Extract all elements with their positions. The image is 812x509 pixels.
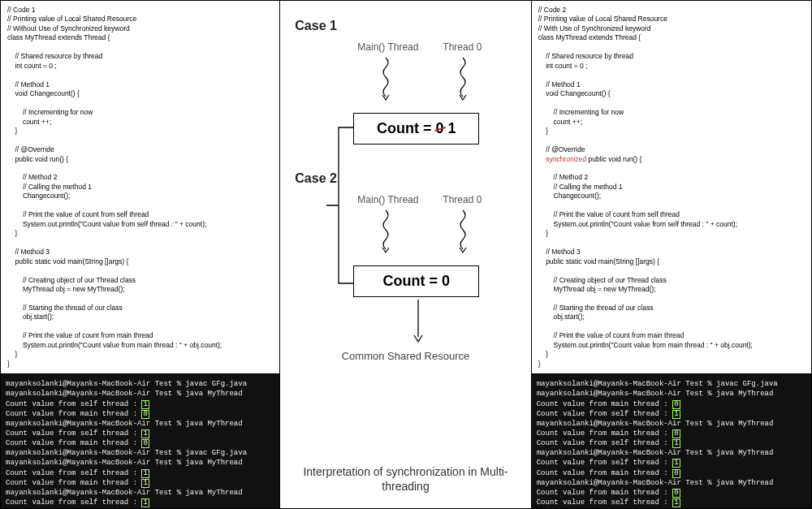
case1-count-box: Count = 0 1 xyxy=(353,113,479,145)
highlighted-value: 1 xyxy=(672,498,680,507)
code-2-post: public void run() { // Method 2 // Calli… xyxy=(538,155,753,368)
terminal-line: mayanksolanki@Mayanks-MacBook-Air Test %… xyxy=(537,379,806,389)
code-1: // Code 1 // Printing value of Local Sha… xyxy=(1,1,279,373)
terminal-line: Count value from main thread : 1 xyxy=(6,507,274,508)
highlighted-value: 0 xyxy=(672,489,680,498)
terminal-line: Count value from self thread : 1 xyxy=(537,409,806,419)
terminal-line: mayanksolanki@Mayanks-MacBook-Air Test %… xyxy=(6,458,274,468)
terminal-line: Count value from self thread : 1 xyxy=(537,438,806,448)
middle-column: Case 1 Main() Thread Thread 0 Count = 0 … xyxy=(280,1,531,508)
count-label: Count = xyxy=(377,120,436,136)
case2-count-box: Count = 0 xyxy=(353,265,479,297)
terminal-line: Count value from main thread : 0 xyxy=(537,488,806,498)
terminal-line: mayanksolanki@Mayanks-MacBook-Air Test %… xyxy=(537,478,806,488)
terminal-line: mayanksolanki@Mayanks-MacBook-Air Test % xyxy=(537,507,806,508)
highlighted-value: 1 xyxy=(141,400,149,409)
terminal-line: Count value from self thread : 1 xyxy=(6,399,274,409)
terminal-line: Count value from main thread : 0 xyxy=(6,409,274,419)
highlighted-value: 0 xyxy=(141,439,149,448)
count-after: 1 xyxy=(444,120,456,136)
highlighted-value: 0 xyxy=(672,400,680,409)
highlighted-value: 0 xyxy=(141,410,149,419)
terminal-line: Count value from main thread : 0 xyxy=(6,438,274,448)
highlighted-value: 1 xyxy=(141,469,149,478)
highlighted-value: 1 xyxy=(672,410,680,419)
code-2: // Code 2 // Printing value of Local Sha… xyxy=(532,1,811,373)
left-column: // Code 1 // Printing value of Local Sha… xyxy=(1,1,280,508)
terminal-line: mayanksolanki@Mayanks-MacBook-Air Test %… xyxy=(6,389,274,399)
bracket-icon xyxy=(325,123,357,293)
highlighted-value: 1 xyxy=(141,429,149,438)
case2-thread-label: Thread 0 xyxy=(443,194,482,205)
highlighted-value: 1 xyxy=(672,439,680,448)
terminal-line: Count value from self thread : 1 xyxy=(6,468,274,478)
synchronized-keyword: synchronized xyxy=(546,155,586,163)
terminal-line: mayanksolanki@Mayanks-MacBook-Air Test %… xyxy=(537,448,806,458)
wiggle-arrow-icon xyxy=(378,56,394,103)
terminal-line: mayanksolanki@Mayanks-MacBook-Air Test %… xyxy=(6,448,274,458)
common-resource-label: Common Shared Resource xyxy=(280,350,530,364)
diagram-root: // Code 1 // Printing value of Local Sha… xyxy=(0,0,812,509)
wiggle-arrow-icon xyxy=(455,209,471,256)
terminal-line: Count value from main thread : 0 xyxy=(537,399,806,409)
highlighted-value: 1 xyxy=(672,459,680,468)
count-label: Count = 0 xyxy=(383,273,451,289)
terminal-line: Count value from main thread : 1 xyxy=(6,478,274,488)
highlighted-value: 1 xyxy=(141,498,149,507)
right-column: // Code 2 // Printing value of Local Sha… xyxy=(532,1,811,508)
terminal-line: Count value from main thread : 0 xyxy=(537,429,806,438)
terminal-left: mayanksolanki@Mayanks-MacBook-Air Test %… xyxy=(1,374,279,508)
terminal-line: Count value from self thread : 1 xyxy=(537,498,806,507)
terminal-line: Count value from self thread : 1 xyxy=(6,429,274,438)
code-2-pre: // Code 2 // Printing value of Local Sha… xyxy=(538,6,667,163)
case1-thread-label: Thread 0 xyxy=(443,41,482,53)
highlighted-value: 0 xyxy=(672,429,680,438)
wiggle-arrow-icon xyxy=(455,56,471,103)
terminal-line: mayanksolanki@Mayanks-MacBook-Air Test %… xyxy=(6,379,274,389)
arrow-down-icon xyxy=(410,300,426,344)
terminal-line: Count value from main thread : 0 xyxy=(537,468,806,478)
terminal-line: mayanksolanki@Mayanks-MacBook-Air Test %… xyxy=(6,419,274,429)
highlighted-value: 0 xyxy=(672,469,680,478)
case1-label: Case 1 xyxy=(295,19,337,33)
case2-main-label: Main() Thread xyxy=(357,194,418,205)
struck-zero: 0 xyxy=(436,120,444,137)
case1-main-label: Main() Thread xyxy=(357,41,418,53)
terminal-line: mayanksolanki@Mayanks-MacBook-Air Test %… xyxy=(537,389,806,399)
highlighted-value: 1 xyxy=(141,479,149,488)
terminal-right: mayanksolanki@Mayanks-MacBook-Air Test %… xyxy=(532,374,811,508)
terminal-line: Count value from self thread : 1 xyxy=(537,458,806,468)
terminal-line: mayanksolanki@Mayanks-MacBook-Air Test %… xyxy=(6,488,274,498)
diagram-caption: Interpretation of synchronization in Mul… xyxy=(280,464,530,494)
terminal-line: mayanksolanki@Mayanks-MacBook-Air Test %… xyxy=(537,419,806,429)
terminal-line: Count value from self thread : 1 xyxy=(6,498,274,507)
wiggle-arrow-icon xyxy=(378,209,394,256)
